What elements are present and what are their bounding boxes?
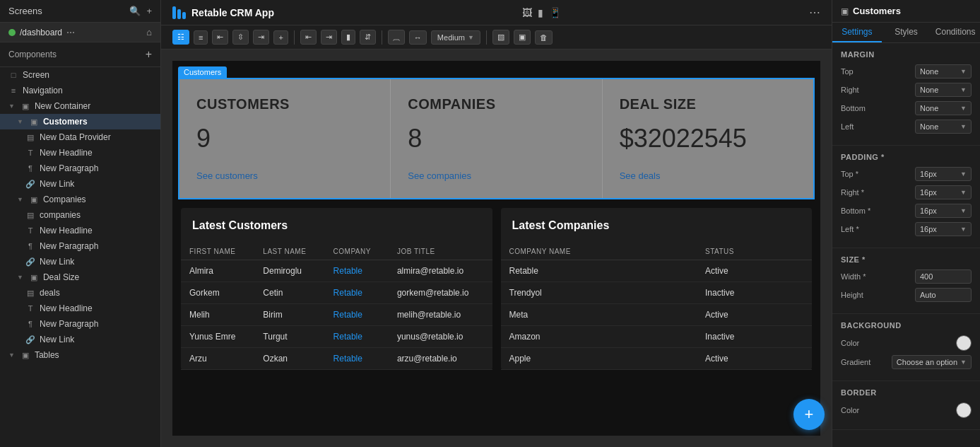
margin-top-dropdown[interactable]: None ▼ bbox=[915, 64, 972, 79]
home-icon[interactable]: ⌂ bbox=[146, 27, 152, 37]
width-input[interactable] bbox=[915, 269, 972, 284]
deal-size-stat-value: $32022545 bbox=[620, 124, 796, 153]
table-row[interactable]: Trendyol Inactive bbox=[501, 282, 813, 304]
gradient-value: Choose an option bbox=[897, 358, 957, 366]
col-job-title: JOB TITLE bbox=[389, 243, 492, 260]
table-row[interactable]: Melih Birim Retable melih@retable.io bbox=[181, 304, 492, 326]
tab-conditions[interactable]: Conditions bbox=[931, 23, 980, 42]
table-row[interactable]: Amazon Inactive bbox=[501, 326, 813, 348]
grid2-btn[interactable]: ≡ bbox=[194, 30, 208, 45]
trash-btn[interactable]: 🗑 bbox=[535, 30, 553, 45]
tablet-icon[interactable]: ▮ bbox=[538, 7, 543, 18]
screen-dots-icon[interactable]: ⋯ bbox=[66, 28, 75, 37]
bar-chart-btn[interactable]: ▮ bbox=[341, 30, 355, 45]
add-screen-icon[interactable]: + bbox=[146, 6, 152, 16]
curve-btn[interactable]: ⏠ bbox=[388, 30, 405, 45]
margin-left-label: Left bbox=[841, 122, 854, 131]
customers-table: FIRST NAME LAST NAME COMPANY JOB TITLE A… bbox=[181, 243, 492, 370]
tab-styles[interactable]: Styles bbox=[882, 23, 931, 42]
fab-button[interactable]: + bbox=[793, 399, 825, 430]
bg-color-swatch[interactable] bbox=[956, 335, 972, 351]
desktop-icon[interactable]: 🖼 bbox=[522, 7, 532, 18]
table-row[interactable]: Retable Active bbox=[501, 260, 813, 282]
see-companies-link[interactable]: See companies bbox=[408, 170, 584, 181]
tree-item-navigation[interactable]: ≡ Navigation bbox=[0, 83, 160, 98]
medium-label: Medium bbox=[437, 33, 465, 42]
col-right-btn[interactable]: ⇥ bbox=[321, 30, 337, 45]
tree-item-paragraph-1[interactable]: ¶ New Paragraph bbox=[0, 161, 160, 176]
align-left-btn[interactable]: ⇤ bbox=[212, 30, 228, 45]
table-row[interactable]: Apple Active bbox=[501, 348, 813, 370]
link-icon: 🔗 bbox=[25, 335, 35, 344]
tree-item-deal-size[interactable]: ▼ ▣ Deal Size bbox=[0, 269, 160, 285]
tree-item-screen[interactable]: □ Screen bbox=[0, 67, 160, 83]
chevron-down-icon: ▼ bbox=[468, 34, 474, 41]
tree-item-paragraph-3[interactable]: ¶ New Paragraph bbox=[0, 316, 160, 332]
tree-item-headline-1[interactable]: T New Headline bbox=[0, 145, 160, 161]
tree-label: Companies bbox=[43, 195, 86, 204]
stat-card-deal-size[interactable]: DEAL SIZE $32022545 See deals bbox=[603, 79, 813, 198]
headline-icon: T bbox=[25, 149, 35, 157]
table-row[interactable]: Gorkem Cetin Retable gorkem@retable.io bbox=[181, 282, 492, 304]
margin-right-row: Right None ▼ bbox=[841, 83, 972, 97]
tree-item-customers[interactable]: ▼ ▣ Customers bbox=[0, 114, 160, 129]
tables-row: Latest Customers FIRST NAME LAST NAME CO… bbox=[172, 199, 820, 378]
tree-item-link-2[interactable]: 🔗 New Link bbox=[0, 254, 160, 269]
height-input[interactable] bbox=[915, 288, 972, 302]
padding-bottom-dropdown[interactable]: 16px ▼ bbox=[915, 204, 972, 218]
margin-left-dropdown[interactable]: None ▼ bbox=[915, 120, 972, 134]
table-row[interactable]: Yunus Emre Turgut Retable yunus@retable.… bbox=[181, 326, 492, 348]
tree-item-data-provider[interactable]: ▤ New Data Provider bbox=[0, 129, 160, 145]
see-deals-link[interactable]: See deals bbox=[620, 170, 796, 181]
padding-right-dropdown[interactable]: 16px ▼ bbox=[915, 185, 972, 199]
topbar-dots[interactable]: ⋯ bbox=[809, 6, 820, 19]
table-row[interactable]: Almira Demiroglu Retable almira@retable.… bbox=[181, 260, 492, 282]
tree-item-new-container[interactable]: ▼ ▣ New Container bbox=[0, 98, 160, 114]
tab-settings[interactable]: Settings bbox=[832, 23, 882, 42]
copy-btn[interactable]: ▣ bbox=[514, 30, 531, 45]
gradient-label: Gradient bbox=[841, 358, 870, 366]
tree-item-link-1[interactable]: 🔗 New Link bbox=[0, 176, 160, 192]
cell-status: Active bbox=[697, 348, 812, 370]
add-component-icon[interactable]: + bbox=[146, 48, 152, 61]
table-row[interactable]: Arzu Ozkan Retable arzu@retable.io bbox=[181, 348, 492, 370]
expand-btn[interactable]: ↔ bbox=[409, 30, 427, 45]
chevron-down-icon: ▼ bbox=[960, 226, 967, 233]
stat-card-companies[interactable]: COMPANIES 8 See companies bbox=[391, 79, 602, 198]
table-row[interactable]: Meta Active bbox=[501, 304, 813, 326]
margin-right-dropdown[interactable]: None ▼ bbox=[915, 83, 972, 97]
separator-1 bbox=[294, 30, 295, 45]
border-color-swatch[interactable] bbox=[956, 402, 972, 418]
margin-bottom-dropdown[interactable]: None ▼ bbox=[915, 101, 972, 115]
see-customers-link[interactable]: See customers bbox=[196, 170, 373, 181]
search-icon[interactable]: 🔍 bbox=[129, 6, 141, 16]
align-v-btn[interactable]: ⇵ bbox=[360, 30, 376, 45]
screen-item[interactable]: /dashboard ⋯ ⌂ bbox=[0, 23, 160, 42]
tree-item-tables[interactable]: ▼ ▣ Tables bbox=[0, 347, 160, 363]
tree-item-deals[interactable]: ▤ deals bbox=[0, 285, 160, 301]
tree-item-paragraph-2[interactable]: ¶ New Paragraph bbox=[0, 238, 160, 254]
align-center-btn[interactable]: ⇳ bbox=[232, 30, 249, 45]
stat-card-customers[interactable]: CUSTOMERS 9 See customers bbox=[179, 79, 391, 198]
medium-dropdown[interactable]: Medium ▼ bbox=[431, 30, 480, 45]
tree-item-link-3[interactable]: 🔗 New Link bbox=[0, 332, 160, 347]
cell-company-name: Trendyol bbox=[501, 282, 697, 304]
cell-company-name: Apple bbox=[501, 348, 697, 370]
mobile-icon[interactable]: 📱 bbox=[549, 7, 561, 18]
tree-item-companies-data[interactable]: ▤ companies bbox=[0, 207, 160, 223]
layout-btn[interactable]: ▧ bbox=[492, 30, 509, 45]
gradient-dropdown[interactable]: Choose an option ▼ bbox=[892, 355, 972, 369]
tree-item-companies[interactable]: ▼ ▣ Companies bbox=[0, 192, 160, 207]
align-right-btn[interactable]: ⇥ bbox=[253, 30, 269, 45]
padding-top-dropdown[interactable]: 16px ▼ bbox=[915, 167, 972, 181]
grid1-btn[interactable]: ☷ bbox=[172, 30, 189, 45]
tree-item-headline-2[interactable]: T New Headline bbox=[0, 223, 160, 238]
tree-item-headline-3[interactable]: T New Headline bbox=[0, 301, 160, 316]
padding-left-row: Left * 16px ▼ bbox=[841, 222, 972, 236]
customers-stat-title: CUSTOMERS bbox=[196, 96, 373, 112]
padding-left-dropdown[interactable]: 16px ▼ bbox=[915, 222, 972, 236]
add-btn[interactable]: + bbox=[273, 30, 288, 45]
components-label: Components bbox=[8, 50, 57, 59]
col-left-btn[interactable]: ⇤ bbox=[300, 30, 317, 45]
col-company: COMPANY bbox=[325, 243, 389, 260]
